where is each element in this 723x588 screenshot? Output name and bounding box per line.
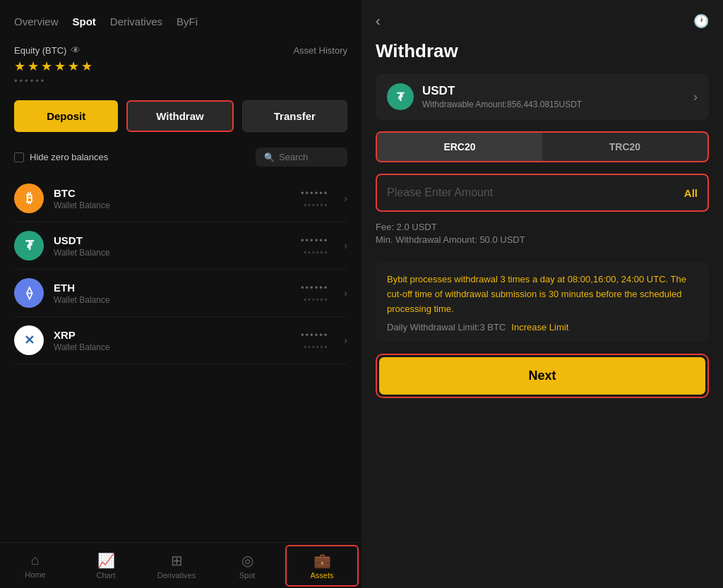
warning-text: Bybit processes withdrawal 3 times a day… bbox=[387, 272, 698, 316]
eth-sub: Wallet Balance bbox=[54, 295, 291, 305]
tab-home-label: Home bbox=[25, 570, 45, 579]
chart-icon: 📈 bbox=[97, 552, 115, 569]
search-box[interactable]: 🔍 bbox=[256, 148, 347, 167]
coin-select-amount: Withdrawable Amount:856,443.0815USDT bbox=[422, 100, 693, 109]
top-nav: Overview Spot Derivatives ByFi bbox=[0, 0, 362, 37]
deposit-button[interactable]: Deposit bbox=[14, 100, 118, 132]
tab-assets-label: Assets bbox=[310, 571, 333, 580]
network-tab-erc20[interactable]: ERC20 bbox=[377, 133, 542, 161]
eth-balance-dots: •••••• bbox=[301, 282, 328, 293]
coin-item-eth[interactable]: ⟠ ETH Wallet Balance •••••• •••••• › bbox=[14, 270, 347, 317]
hide-zero-checkbox[interactable] bbox=[14, 152, 24, 162]
btc-sub: Wallet Balance bbox=[54, 200, 291, 210]
usdt-balance: •••••• •••••• bbox=[301, 235, 328, 256]
withdraw-button[interactable]: Withdraw bbox=[126, 100, 233, 132]
network-tab-trc20[interactable]: TRC20 bbox=[542, 133, 707, 161]
all-button[interactable]: All bbox=[684, 187, 698, 199]
search-icon: 🔍 bbox=[264, 152, 275, 162]
derivatives-icon: ⊞ bbox=[171, 552, 183, 569]
asset-history-link[interactable]: Asset History bbox=[293, 45, 347, 56]
nav-byfi[interactable]: ByFi bbox=[177, 13, 198, 30]
usdt-icon: ₮ bbox=[14, 231, 44, 260]
coin-item-xrp[interactable]: ✕ XRP Wallet Balance •••••• •••••• › bbox=[14, 317, 347, 364]
amount-placeholder: Please Enter Amount bbox=[387, 186, 684, 199]
equity-stars: ★★★★★★ bbox=[14, 59, 347, 74]
xrp-icon: ✕ bbox=[14, 325, 44, 355]
usdt-select-icon: ₮ bbox=[387, 83, 414, 110]
history-icon[interactable]: 🕐 bbox=[693, 13, 709, 29]
bottom-nav: ⌂ Home 📈 Chart ⊞ Derivatives ◎ Spot 💼 As… bbox=[0, 542, 362, 588]
tab-home[interactable]: ⌂ Home bbox=[0, 546, 71, 584]
xrp-balance-dots2: •••••• bbox=[301, 342, 328, 351]
usdt-chevron-icon: › bbox=[344, 240, 347, 251]
withdraw-header: ‹ 🕐 bbox=[362, 0, 723, 36]
home-icon: ⌂ bbox=[31, 552, 40, 568]
hide-equity-icon[interactable]: 👁 bbox=[71, 44, 80, 56]
equity-section: Equity (BTC) 👁 Asset History ★★★★★★ ••••… bbox=[0, 37, 362, 90]
next-button[interactable]: Next bbox=[379, 357, 705, 395]
xrp-chevron-icon: › bbox=[344, 335, 347, 346]
daily-limit-row: Daily Withdrawal Limit:3 BTC Increase Li… bbox=[387, 322, 698, 332]
eth-chevron-icon: › bbox=[344, 287, 347, 299]
xrp-info: XRP Wallet Balance bbox=[54, 329, 291, 352]
withdraw-title: Withdraw bbox=[362, 36, 723, 73]
left-panel: Overview Spot Derivatives ByFi Equity (B… bbox=[0, 0, 362, 588]
usdt-name: USDT bbox=[54, 234, 291, 246]
coin-select[interactable]: ₮ USDT Withdrawable Amount:856,443.0815U… bbox=[376, 73, 709, 120]
btc-balance: •••••• •••••• bbox=[301, 188, 328, 209]
nav-spot[interactable]: Spot bbox=[73, 13, 96, 30]
hide-zero-label: Hide zero balances bbox=[30, 152, 108, 162]
filter-row: Hide zero balances 🔍 bbox=[0, 142, 362, 175]
coin-item-btc[interactable]: ₿ BTC Wallet Balance •••••• •••••• › bbox=[14, 175, 347, 222]
warning-box: Bybit processes withdrawal 3 times a day… bbox=[376, 263, 709, 342]
action-buttons: Deposit Withdraw Transfer bbox=[0, 90, 362, 142]
usdt-balance-dots: •••••• bbox=[301, 235, 328, 246]
tab-chart[interactable]: 📈 Chart bbox=[71, 546, 141, 585]
btc-icon: ₿ bbox=[14, 184, 44, 213]
coin-select-name: USDT bbox=[422, 84, 693, 98]
xrp-sub: Wallet Balance bbox=[54, 342, 291, 352]
eth-balance: •••••• •••••• bbox=[301, 282, 328, 304]
nav-overview[interactable]: Overview bbox=[14, 13, 59, 30]
tab-derivatives[interactable]: ⊞ Derivatives bbox=[141, 546, 212, 585]
nav-derivatives[interactable]: Derivatives bbox=[110, 13, 162, 30]
eth-balance-dots2: •••••• bbox=[301, 295, 328, 304]
equity-dots: •••••• bbox=[14, 76, 347, 86]
fee-info: Fee: 2.0 USDT Min. Withdrawal Amount: 50… bbox=[376, 217, 709, 251]
increase-limit-link[interactable]: Increase Limit bbox=[511, 322, 568, 332]
equity-label: Equity (BTC) 👁 bbox=[14, 44, 80, 56]
back-button[interactable]: ‹ bbox=[376, 13, 381, 29]
xrp-name: XRP bbox=[54, 329, 291, 341]
tab-assets[interactable]: 💼 Assets bbox=[285, 545, 359, 587]
btc-balance-dots2: •••••• bbox=[301, 200, 328, 209]
right-panel: ‹ 🕐 Withdraw ₮ USDT Withdrawable Amount:… bbox=[362, 0, 723, 588]
assets-icon: 💼 bbox=[313, 552, 331, 569]
min-withdrawal-line: Min. Withdrawal Amount: 50.0 USDT bbox=[376, 234, 709, 245]
search-input[interactable] bbox=[279, 152, 335, 162]
tab-spot[interactable]: ◎ Spot bbox=[212, 546, 282, 585]
tab-derivatives-label: Derivatives bbox=[157, 571, 196, 580]
btc-name: BTC bbox=[54, 187, 291, 199]
usdt-sub: Wallet Balance bbox=[54, 248, 291, 258]
hide-zero-toggle[interactable]: Hide zero balances bbox=[14, 152, 108, 162]
amount-input-box[interactable]: Please Enter Amount All bbox=[376, 174, 709, 212]
btc-chevron-icon: › bbox=[344, 193, 347, 204]
eth-info: ETH Wallet Balance bbox=[54, 282, 291, 305]
coin-select-chevron-icon: › bbox=[693, 90, 698, 104]
tab-spot-label: Spot bbox=[239, 571, 256, 580]
eth-icon: ⟠ bbox=[14, 278, 44, 308]
transfer-button[interactable]: Transfer bbox=[242, 100, 347, 132]
btc-balance-dots: •••••• bbox=[301, 188, 328, 198]
usdt-balance-dots2: •••••• bbox=[301, 248, 328, 256]
xrp-balance: •••••• •••••• bbox=[301, 330, 328, 351]
eth-name: ETH bbox=[54, 282, 291, 294]
daily-limit-text: Daily Withdrawal Limit:3 BTC bbox=[387, 322, 506, 332]
btc-info: BTC Wallet Balance bbox=[54, 187, 291, 210]
coin-item-usdt[interactable]: ₮ USDT Wallet Balance •••••• •••••• › bbox=[14, 222, 347, 270]
usdt-info: USDT Wallet Balance bbox=[54, 234, 291, 258]
coin-list: ₿ BTC Wallet Balance •••••• •••••• › ₮ U… bbox=[0, 175, 362, 542]
xrp-balance-dots: •••••• bbox=[301, 330, 328, 340]
network-tabs: ERC20 TRC20 bbox=[376, 131, 709, 162]
fee-line: Fee: 2.0 USDT bbox=[376, 222, 709, 232]
coin-select-info: USDT Withdrawable Amount:856,443.0815USD… bbox=[422, 84, 693, 109]
